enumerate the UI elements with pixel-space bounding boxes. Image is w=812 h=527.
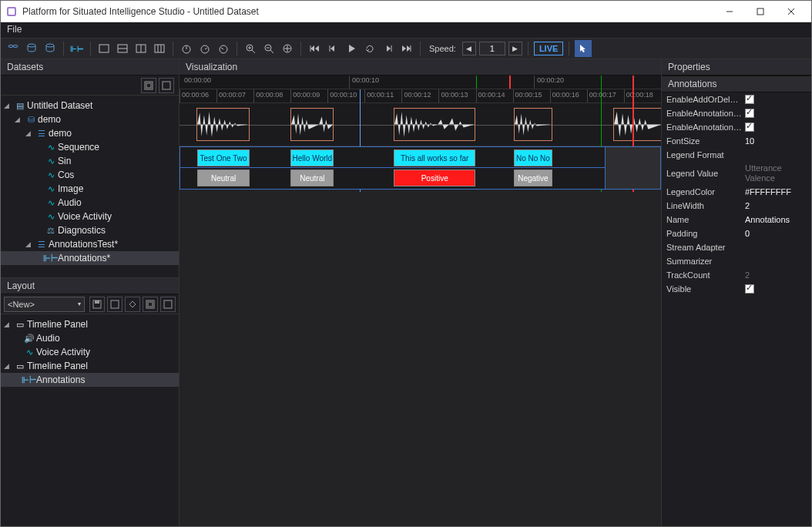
property-row[interactable]: EnableAnnotationDrag: [662, 106, 811, 120]
open-dataset-icon[interactable]: [5, 41, 21, 56]
tree-stream[interactable]: ∿Cos: [1, 168, 179, 182]
tree-dataset[interactable]: ◢▤Untitled Dataset: [1, 99, 179, 112]
svg-rect-43: [111, 300, 119, 308]
layout-panel-node[interactable]: ◢▭Timeline Panel: [1, 317, 179, 331]
timing-1-icon[interactable]: [179, 41, 194, 56]
layout-panel-header: Layout: [1, 278, 179, 294]
svg-rect-3: [757, 8, 763, 15]
layout-item[interactable]: ∿Voice Activity: [1, 345, 179, 359]
tree-stream[interactable]: ∿Sin: [1, 154, 179, 168]
annotation-cell[interactable]: Test One Two: [197, 149, 250, 166]
tree-session[interactable]: ◢⛁demo: [1, 112, 179, 126]
window-title: Platform for Situated Intelligence Studi…: [22, 6, 714, 17]
svg-rect-46: [164, 300, 172, 308]
timeline-navigator[interactable]: 00:00:00 00:00:10 00:00:20: [180, 76, 661, 89]
annotation-cell[interactable]: Negative: [514, 170, 552, 186]
layout-item[interactable]: 🔊Audio: [1, 331, 179, 345]
checkbox[interactable]: [745, 284, 754, 294]
main-toolbar: ⊩⊢ Speed: ◀ 1 ▶ LIVE: [1, 38, 811, 59]
svg-point-9: [46, 44, 54, 47]
close-button[interactable]: [776, 1, 807, 22]
layout-collapse-icon[interactable]: [160, 297, 176, 312]
tree-stream[interactable]: ∿Voice Activity: [1, 210, 179, 223]
annotation-cell[interactable]: This all works so far: [394, 149, 475, 166]
layout-expand-icon[interactable]: [143, 297, 158, 312]
visualization-panel-header: Visualization: [180, 59, 661, 76]
speed-up-button[interactable]: ▶: [508, 42, 522, 55]
property-row[interactable]: EnableAddOrDeleteAn...: [662, 92, 811, 106]
property-row[interactable]: Visible: [662, 282, 811, 296]
speed-down-button[interactable]: ◀: [462, 42, 476, 55]
annotations-track[interactable]: Test One Two Hello World This all works …: [180, 146, 661, 190]
checkbox[interactable]: [745, 123, 754, 132]
tree-stream[interactable]: ∿Audio: [1, 196, 179, 210]
tree-ann-stream[interactable]: ⊩⊢Annotations*: [1, 251, 179, 265]
expand-all-icon[interactable]: [141, 78, 156, 93]
svg-rect-39: [146, 83, 151, 88]
property-row[interactable]: TrackCount2: [662, 268, 811, 282]
live-button[interactable]: LIVE: [534, 42, 563, 55]
annotation-tool-icon[interactable]: ⊩⊢: [69, 41, 85, 56]
step-back-icon[interactable]: [325, 41, 341, 56]
repeat-icon[interactable]: [362, 41, 377, 56]
db2-icon[interactable]: [42, 41, 58, 56]
cursor-mode-button[interactable]: [575, 40, 592, 57]
tree-partition[interactable]: ◢☰demo: [1, 126, 179, 140]
layout-delete-icon[interactable]: [125, 297, 140, 312]
annotation-cell[interactable]: Neutral: [197, 170, 250, 186]
tree-stream[interactable]: ∿Sequence: [1, 140, 179, 154]
audio-track[interactable]: [180, 103, 661, 146]
tree-ann-store[interactable]: ◢☰AnnotationsTest*: [1, 237, 179, 251]
tree-stream[interactable]: ∿Image: [1, 182, 179, 196]
panel-layout-2-icon[interactable]: [115, 41, 130, 56]
svg-rect-40: [163, 82, 170, 89]
annotation-cell[interactable]: Neutral: [290, 170, 334, 186]
panel-layout-4-icon[interactable]: [152, 41, 167, 56]
layout-saveas-icon[interactable]: [107, 297, 122, 312]
timing-2-icon[interactable]: [197, 41, 213, 56]
step-forward-icon[interactable]: [381, 41, 396, 56]
checkbox[interactable]: [745, 95, 754, 104]
minimize-button[interactable]: [714, 1, 745, 22]
property-row[interactable]: FontSize10: [662, 134, 811, 148]
svg-rect-45: [148, 302, 153, 307]
property-row[interactable]: LegendColor#FFFFFFFF: [662, 185, 811, 199]
layout-item[interactable]: ⊩⊢Annotations: [1, 373, 179, 387]
speed-label: Speed:: [429, 44, 456, 53]
property-row[interactable]: Padding0: [662, 227, 811, 240]
collapse-all-icon[interactable]: [159, 78, 174, 93]
property-row[interactable]: EnableAnnotationValu...: [662, 120, 811, 134]
checkbox[interactable]: [745, 109, 754, 118]
tree-stream-diagnostics[interactable]: ⚖Diagnostics: [1, 223, 179, 237]
skip-forward-icon[interactable]: [399, 41, 414, 56]
layout-select[interactable]: <New>▾: [4, 297, 85, 312]
timeline-ruler[interactable]: 00:00:06 00:00:07 00:00:08 00:00:09 00:0…: [180, 89, 661, 103]
property-row[interactable]: LineWidth2: [662, 199, 811, 213]
annotation-cell[interactable]: Positive: [394, 170, 475, 186]
svg-line-30: [270, 50, 273, 53]
annotation-cell[interactable]: Hello World: [290, 149, 334, 166]
db-icon[interactable]: [24, 41, 39, 56]
title-bar: Platform for Situated Intelligence Studi…: [1, 1, 811, 22]
zoom-in-icon[interactable]: [243, 41, 258, 56]
panel-layout-3-icon[interactable]: [133, 41, 149, 56]
play-icon[interactable]: [344, 41, 359, 56]
layout-save-icon[interactable]: [89, 297, 105, 312]
layout-panel-node[interactable]: ◢▭Timeline Panel: [1, 359, 179, 373]
svg-point-8: [28, 44, 35, 47]
skip-back-icon[interactable]: [307, 41, 322, 56]
zoom-fit-icon[interactable]: [280, 41, 295, 56]
property-row[interactable]: Stream Adapter: [662, 240, 811, 254]
property-row[interactable]: Legend Format: [662, 148, 811, 162]
speed-value[interactable]: 1: [479, 42, 505, 55]
property-row[interactable]: Summarizer: [662, 254, 811, 268]
timing-3-icon[interactable]: [216, 41, 231, 56]
annotation-cell[interactable]: No No No: [514, 149, 552, 166]
svg-line-23: [221, 48, 223, 49]
menu-file[interactable]: File: [7, 24, 22, 35]
zoom-out-icon[interactable]: [261, 41, 277, 56]
maximize-button[interactable]: [745, 1, 776, 22]
property-row[interactable]: NameAnnotations: [662, 213, 811, 227]
panel-layout-1-icon[interactable]: [96, 41, 112, 56]
property-row[interactable]: Legend ValueUtterance Valence: [662, 162, 811, 185]
